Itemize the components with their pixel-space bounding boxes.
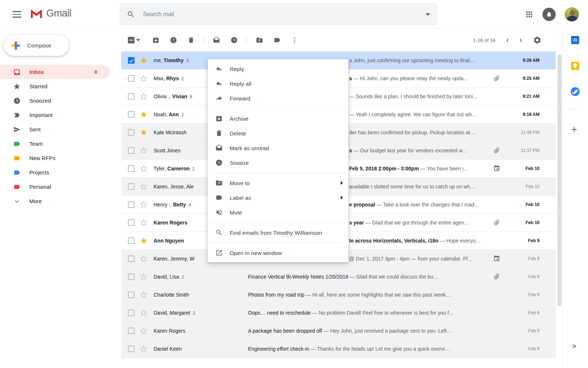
menu-item-mark-as-unread[interactable]: Mark as unread (208, 141, 348, 155)
menu-item-reply-all[interactable]: Reply all (208, 76, 348, 91)
star-icon-outline[interactable] (140, 309, 147, 316)
sidebar-item-projects[interactable]: Projects (0, 165, 121, 180)
snooze-icon[interactable] (230, 36, 238, 44)
search-bar[interactable]: Search mail (119, 3, 437, 26)
star-icon-filled[interactable] (140, 111, 147, 118)
notifications-bell-icon[interactable] (542, 8, 556, 21)
add-addon-plus-icon[interactable]: + (571, 125, 577, 134)
star-icon-outline[interactable] (140, 183, 147, 190)
row-checkbox[interactable] (128, 201, 135, 208)
row-checkbox[interactable] (128, 129, 135, 136)
star-icon-outline[interactable] (140, 255, 147, 262)
menu-item-find-emails-from-timothy-williamson[interactable]: Find emails from Timothy Williamson (208, 225, 348, 240)
older-page-chevron-icon[interactable]: › (520, 35, 522, 45)
expand-rail-chevron-icon[interactable]: > (572, 342, 576, 350)
row-checkbox[interactable] (128, 346, 135, 352)
sidebar-item-starred[interactable]: Starred (0, 79, 121, 93)
delete-icon[interactable] (187, 36, 195, 44)
menu-item-label: Forward (230, 95, 250, 102)
row-checkbox[interactable] (128, 237, 135, 244)
row-checkbox[interactable] (128, 273, 135, 280)
mark-read-icon[interactable] (213, 36, 220, 44)
email-row[interactable]: Charlotte SmithPhotos from my road trip … (121, 286, 556, 304)
more-vert-icon[interactable] (291, 36, 298, 44)
sidebar-item-personal[interactable]: Personal (0, 180, 121, 194)
apps-grid-icon[interactable] (525, 10, 534, 19)
label-icon[interactable] (273, 36, 281, 44)
sidebar-item-sent[interactable]: Sent (0, 122, 121, 137)
label-icon (215, 194, 223, 201)
move-to-icon (215, 179, 223, 187)
email-row[interactable]: Daniel KeenEngineering effort check-in —… (121, 340, 556, 358)
star-icon-outline[interactable] (140, 291, 147, 298)
row-checkbox[interactable] (128, 75, 135, 82)
search-options-caret-icon[interactable] (426, 13, 430, 16)
subject-snippet: e proposal — Take a look over the change… (349, 196, 490, 214)
menu-item-snooze[interactable]: Snooze (208, 155, 348, 170)
row-checkbox[interactable] (128, 255, 135, 262)
row-checkbox[interactable] (128, 111, 135, 118)
list-scrollbar[interactable] (557, 54, 562, 306)
star-icon-filled[interactable] (140, 129, 147, 136)
star-icon-outline[interactable] (140, 219, 147, 226)
report-spam-icon[interactable] (170, 36, 177, 44)
sidebar-item-important[interactable]: Important (0, 108, 121, 122)
email-row[interactable]: Karen RogersA package has been dropped o… (121, 322, 556, 340)
row-checkbox[interactable] (128, 93, 135, 100)
newer-page-chevron-icon[interactable]: ‹ (506, 35, 509, 45)
sidebar-item-new-rfps[interactable]: New RFPs (0, 151, 121, 165)
star-icon-outline[interactable] (140, 147, 147, 154)
subject-snippet: s year — Glad that we got through the en… (349, 214, 490, 232)
mute-icon (215, 209, 223, 216)
row-checkbox[interactable] (128, 291, 135, 298)
compose-button[interactable]: Compose (4, 35, 69, 56)
archive-icon[interactable] (152, 36, 159, 44)
row-checkbox[interactable] (128, 219, 135, 226)
sidebar-item-more[interactable]: More (0, 194, 121, 208)
star-icon-outline[interactable] (140, 345, 147, 353)
star-icon-outline[interactable] (140, 93, 147, 100)
search-icon[interactable] (127, 10, 135, 18)
menu-item-move-to[interactable]: Move to (208, 176, 348, 190)
calendar-icon[interactable]: 31 (571, 36, 579, 44)
subject-snippet: Oops… need to reschedule — No problem Da… (248, 304, 490, 322)
move-to-icon[interactable] (256, 36, 263, 44)
select-caret-icon[interactable] (136, 39, 140, 41)
row-checkbox[interactable] (128, 183, 135, 190)
menu-item-label-as[interactable]: Label as (208, 190, 348, 205)
sidebar-item-label: New RFPs (29, 155, 55, 161)
hamburger-menu-icon[interactable] (10, 7, 24, 22)
menu-item-open-in-new-window[interactable]: Open in new window (208, 245, 348, 260)
row-checkbox[interactable] (128, 165, 135, 172)
search-input[interactable]: Search mail (143, 11, 426, 18)
sidebar-item-snoozed[interactable]: Snoozed (0, 93, 121, 108)
star-icon-outline[interactable] (140, 201, 147, 208)
tasks-icon[interactable] (571, 87, 580, 96)
select-all-checkbox[interactable] (128, 37, 135, 43)
star-icon-outline[interactable] (140, 327, 147, 335)
row-checkbox[interactable] (128, 147, 135, 154)
star-icon-filled[interactable] (140, 237, 147, 244)
star-icon-outline[interactable] (140, 273, 147, 280)
menu-item-label: Reply (230, 66, 244, 72)
row-checkbox[interactable] (128, 328, 135, 334)
menu-item-archive[interactable]: Archive (208, 111, 348, 126)
settings-gear-icon[interactable] (533, 36, 542, 45)
row-checkbox[interactable] (128, 57, 135, 64)
email-row[interactable]: David, Margaret2Oops… need to reschedule… (121, 304, 556, 322)
menu-item-forward[interactable]: Forward (208, 91, 348, 106)
star-icon-outline[interactable] (140, 75, 147, 82)
email-row[interactable]: David, Lisa2Finance Vertical Bi-Weekly N… (121, 268, 556, 286)
star-icon-filled[interactable] (140, 57, 147, 64)
sidebar-item-inbox[interactable]: Inbox8 (0, 65, 110, 79)
gmail-m-icon (29, 8, 43, 19)
account-avatar[interactable] (564, 7, 579, 22)
menu-item-mute[interactable]: Mute (208, 205, 348, 220)
row-checkbox[interactable] (128, 309, 135, 316)
menu-item-delete[interactable]: Delete (208, 126, 348, 141)
star-icon-outline[interactable] (140, 165, 147, 172)
menu-item-reply[interactable]: Reply (208, 61, 348, 76)
sidebar-item-team[interactable]: Team (0, 137, 121, 151)
keep-icon[interactable] (571, 62, 579, 70)
email-date: Feb 10 (526, 178, 539, 196)
